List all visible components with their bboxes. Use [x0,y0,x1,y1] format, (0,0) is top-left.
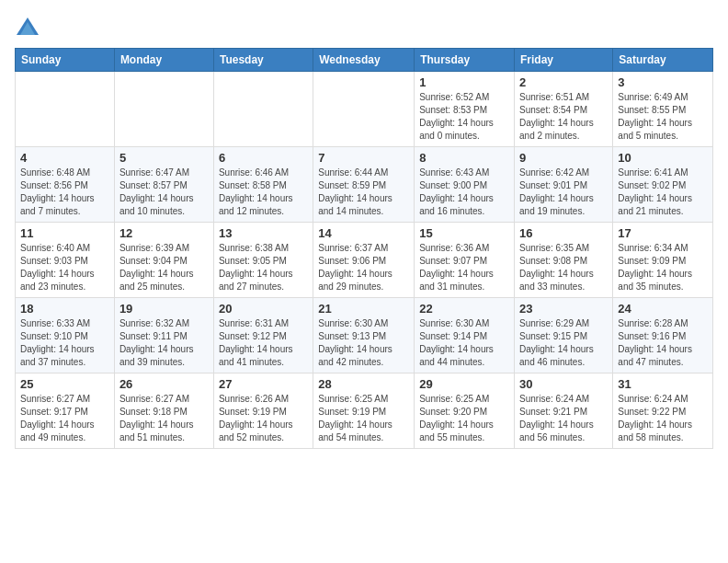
day-info: Sunrise: 6:32 AM Sunset: 9:11 PM Dayligh… [119,318,194,367]
day-number: 24 [618,302,708,316]
day-info: Sunrise: 6:49 AM Sunset: 8:55 PM Dayligh… [618,92,692,141]
day-number: 23 [519,302,608,316]
day-number: 20 [219,302,308,316]
calendar-cell [16,72,115,147]
col-header-friday: Friday [515,49,613,72]
page: SundayMondayTuesdayWednesdayThursdayFrid… [0,0,728,563]
calendar-cell: 19Sunrise: 6:32 AM Sunset: 9:11 PM Dayli… [114,298,213,373]
day-number: 3 [618,75,708,89]
col-header-tuesday: Tuesday [213,49,313,72]
calendar-cell: 15Sunrise: 6:36 AM Sunset: 9:07 PM Dayli… [415,223,515,298]
day-number: 14 [318,226,409,240]
calendar-cell: 16Sunrise: 6:35 AM Sunset: 9:08 PM Dayli… [515,223,613,298]
day-number: 7 [318,151,409,165]
calendar-cell: 8Sunrise: 6:43 AM Sunset: 9:00 PM Daylig… [415,147,515,223]
col-header-wednesday: Wednesday [313,49,415,72]
day-info: Sunrise: 6:39 AM Sunset: 9:04 PM Dayligh… [119,243,194,292]
day-info: Sunrise: 6:29 AM Sunset: 9:15 PM Dayligh… [519,318,594,367]
calendar-cell: 11Sunrise: 6:40 AM Sunset: 9:03 PM Dayli… [16,223,115,298]
day-number: 15 [419,226,509,240]
calendar-cell [313,72,415,147]
day-info: Sunrise: 6:42 AM Sunset: 9:01 PM Dayligh… [519,167,594,216]
calendar-cell: 24Sunrise: 6:28 AM Sunset: 9:16 PM Dayli… [613,298,713,373]
day-number: 18 [20,302,109,316]
day-number: 2 [519,75,608,89]
day-number: 28 [318,377,409,391]
day-number: 8 [419,151,509,165]
day-info: Sunrise: 6:48 AM Sunset: 8:56 PM Dayligh… [20,167,95,216]
day-info: Sunrise: 6:33 AM Sunset: 9:10 PM Dayligh… [20,318,95,367]
day-number: 13 [219,226,308,240]
calendar-cell: 22Sunrise: 6:30 AM Sunset: 9:14 PM Dayli… [415,298,515,373]
day-info: Sunrise: 6:46 AM Sunset: 8:58 PM Dayligh… [219,167,293,216]
day-number: 4 [20,151,109,165]
calendar-cell: 10Sunrise: 6:41 AM Sunset: 9:02 PM Dayli… [613,147,713,223]
day-info: Sunrise: 6:34 AM Sunset: 9:09 PM Dayligh… [618,243,692,292]
day-number: 10 [618,151,708,165]
calendar-table: SundayMondayTuesdayWednesdayThursdayFrid… [15,48,713,449]
day-number: 26 [119,377,209,391]
day-number: 27 [219,377,308,391]
day-info: Sunrise: 6:26 AM Sunset: 9:19 PM Dayligh… [219,394,293,442]
calendar-cell: 30Sunrise: 6:24 AM Sunset: 9:21 PM Dayli… [515,373,613,449]
day-number: 5 [119,151,209,165]
logo [15,15,44,40]
day-info: Sunrise: 6:51 AM Sunset: 8:54 PM Dayligh… [519,92,594,141]
calendar-cell: 4Sunrise: 6:48 AM Sunset: 8:56 PM Daylig… [16,147,115,223]
day-number: 12 [119,226,209,240]
day-number: 1 [419,75,509,89]
col-header-thursday: Thursday [415,49,515,72]
calendar-cell: 26Sunrise: 6:27 AM Sunset: 9:18 PM Dayli… [114,373,213,449]
day-number: 6 [219,151,308,165]
day-number: 22 [419,302,509,316]
col-header-sunday: Sunday [16,49,115,72]
day-info: Sunrise: 6:47 AM Sunset: 8:57 PM Dayligh… [119,167,194,216]
calendar-cell: 28Sunrise: 6:25 AM Sunset: 9:19 PM Dayli… [313,373,415,449]
day-number: 29 [419,377,509,391]
calendar-cell: 9Sunrise: 6:42 AM Sunset: 9:01 PM Daylig… [515,147,613,223]
day-info: Sunrise: 6:44 AM Sunset: 8:59 PM Dayligh… [318,167,392,216]
day-info: Sunrise: 6:24 AM Sunset: 9:21 PM Dayligh… [519,394,594,442]
day-info: Sunrise: 6:30 AM Sunset: 9:13 PM Dayligh… [318,318,392,367]
calendar-cell: 21Sunrise: 6:30 AM Sunset: 9:13 PM Dayli… [313,298,415,373]
day-number: 9 [519,151,608,165]
calendar-cell: 20Sunrise: 6:31 AM Sunset: 9:12 PM Dayli… [213,298,313,373]
day-info: Sunrise: 6:36 AM Sunset: 9:07 PM Dayligh… [419,243,494,292]
day-info: Sunrise: 6:24 AM Sunset: 9:22 PM Dayligh… [618,394,692,442]
day-number: 16 [519,226,608,240]
day-info: Sunrise: 6:27 AM Sunset: 9:18 PM Dayligh… [119,394,194,442]
calendar-cell: 6Sunrise: 6:46 AM Sunset: 8:58 PM Daylig… [213,147,313,223]
day-number: 17 [618,226,708,240]
day-info: Sunrise: 6:25 AM Sunset: 9:19 PM Dayligh… [318,394,392,442]
day-info: Sunrise: 6:37 AM Sunset: 9:06 PM Dayligh… [318,243,392,292]
calendar-cell: 23Sunrise: 6:29 AM Sunset: 9:15 PM Dayli… [515,298,613,373]
calendar-cell: 2Sunrise: 6:51 AM Sunset: 8:54 PM Daylig… [515,72,613,147]
calendar-cell: 25Sunrise: 6:27 AM Sunset: 9:17 PM Dayli… [16,373,115,449]
calendar-cell: 14Sunrise: 6:37 AM Sunset: 9:06 PM Dayli… [313,223,415,298]
day-number: 25 [20,377,109,391]
calendar-cell: 3Sunrise: 6:49 AM Sunset: 8:55 PM Daylig… [613,72,713,147]
day-info: Sunrise: 6:43 AM Sunset: 9:00 PM Dayligh… [419,167,494,216]
day-number: 30 [519,377,608,391]
col-header-monday: Monday [114,49,213,72]
calendar-cell: 18Sunrise: 6:33 AM Sunset: 9:10 PM Dayli… [16,298,115,373]
calendar-cell [114,72,213,147]
day-info: Sunrise: 6:28 AM Sunset: 9:16 PM Dayligh… [618,318,692,367]
day-number: 11 [20,226,109,240]
header [15,11,713,40]
day-info: Sunrise: 6:52 AM Sunset: 8:53 PM Dayligh… [419,92,494,141]
calendar-cell: 31Sunrise: 6:24 AM Sunset: 9:22 PM Dayli… [613,373,713,449]
calendar-cell: 13Sunrise: 6:38 AM Sunset: 9:05 PM Dayli… [213,223,313,298]
day-info: Sunrise: 6:35 AM Sunset: 9:08 PM Dayligh… [519,243,594,292]
day-info: Sunrise: 6:40 AM Sunset: 9:03 PM Dayligh… [20,243,95,292]
day-info: Sunrise: 6:30 AM Sunset: 9:14 PM Dayligh… [419,318,494,367]
calendar-cell: 12Sunrise: 6:39 AM Sunset: 9:04 PM Dayli… [114,223,213,298]
day-info: Sunrise: 6:31 AM Sunset: 9:12 PM Dayligh… [219,318,293,367]
calendar-cell: 17Sunrise: 6:34 AM Sunset: 9:09 PM Dayli… [613,223,713,298]
calendar-cell: 1Sunrise: 6:52 AM Sunset: 8:53 PM Daylig… [415,72,515,147]
day-info: Sunrise: 6:27 AM Sunset: 9:17 PM Dayligh… [20,394,95,442]
day-info: Sunrise: 6:25 AM Sunset: 9:20 PM Dayligh… [419,394,494,442]
calendar-cell: 7Sunrise: 6:44 AM Sunset: 8:59 PM Daylig… [313,147,415,223]
logo-icon [15,15,40,40]
day-info: Sunrise: 6:38 AM Sunset: 9:05 PM Dayligh… [219,243,293,292]
